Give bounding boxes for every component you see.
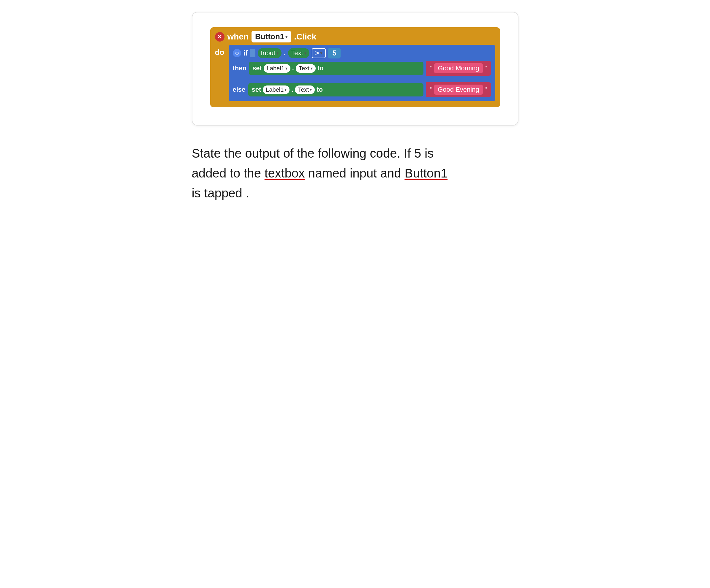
else-label1-pill[interactable]: Label1 ▾ [263,85,289,94]
close-quote-2: " [484,86,487,94]
gear-icon[interactable]: ⚙ [233,49,241,57]
question-line1: State the output of the following code. … [192,146,434,160]
button1-dropdown-icon[interactable]: ▾ [285,34,287,39]
if-label: if [243,49,248,57]
question-line2-pre: added to the [192,166,265,180]
else-text-pill[interactable]: Text ▾ [295,85,315,94]
question-button1-link: Button1 [404,166,448,180]
input-text-dropdown-icon[interactable]: ▾ [304,51,306,55]
else-label1-dropdown-icon[interactable]: ▾ [284,87,287,92]
do-row: do ⚙ if Input ▾ [215,45,495,101]
dot-sep-1: . [284,49,286,57]
click-label: .Click [294,32,316,42]
input-pill[interactable]: Input ▾ [258,48,282,58]
then-to-label: to [317,65,324,72]
blocks-container: ✕ when Button1 ▾ .Click do ⚙ [207,24,503,110]
input-text-pill[interactable]: Text ▾ [288,48,309,58]
input-dropdown-icon[interactable]: ▾ [277,51,279,55]
do-label: do [215,48,226,57]
open-quote-1: " [430,65,432,72]
open-quote-2: " [430,86,432,94]
then-label1-pill[interactable]: Label1 ▾ [264,64,290,73]
then-set-block: set Label1 ▾ . Text ▾ to [249,62,424,75]
question-textbox-link: textbox [265,166,305,180]
question-line3: is tapped . [192,186,250,200]
else-string-block: " Good Evening " [426,82,491,97]
question-text: State the output of the following code. … [192,143,519,203]
when-block: ✕ when Button1 ▾ .Click do ⚙ [210,27,500,107]
then-label: then [233,65,246,72]
good-evening-value: Good Evening [434,84,482,95]
number-box[interactable]: 5 [328,48,340,58]
code-block-card: ✕ when Button1 ▾ .Click do ⚙ [192,12,519,126]
then-label1-dropdown-icon[interactable]: ▾ [285,66,287,71]
question-line2-mid: named input and [305,166,404,180]
else-row: else set Label1 ▾ . Text ▾ [233,82,491,97]
when-row: ✕ when Button1 ▾ .Click [215,31,495,43]
close-quote-1: " [484,65,487,72]
puzzle-notch [250,49,255,57]
else-set-label: set [252,86,261,94]
then-row: then set Label1 ▾ . Text ▾ [233,61,491,76]
dot-sep-3: . [291,86,293,94]
then-string-block: " Good Morning " [426,61,491,76]
else-to-label: to [316,86,323,94]
good-morning-value: Good Morning [434,63,482,73]
if-block: ⚙ if Input ▾ . Text ▾ [229,45,495,101]
else-set-block: set Label1 ▾ . Text ▾ to [248,83,424,96]
then-text-dropdown-icon[interactable]: ▾ [311,66,313,71]
then-set-label: set [253,65,262,72]
else-text-dropdown-icon[interactable]: ▾ [310,87,312,92]
else-label: else [233,86,246,94]
then-text-pill[interactable]: Text ▾ [296,64,316,73]
dot-sep-2: . [292,65,294,72]
if-condition-row: ⚙ if Input ▾ . Text ▾ [233,48,491,58]
close-icon[interactable]: ✕ [215,32,224,42]
when-label: when [228,32,249,42]
operator-pill[interactable]: > ▾ [312,48,326,58]
operator-dropdown-icon[interactable]: ▾ [320,51,322,55]
button1-pill[interactable]: Button1 ▾ [252,31,291,43]
